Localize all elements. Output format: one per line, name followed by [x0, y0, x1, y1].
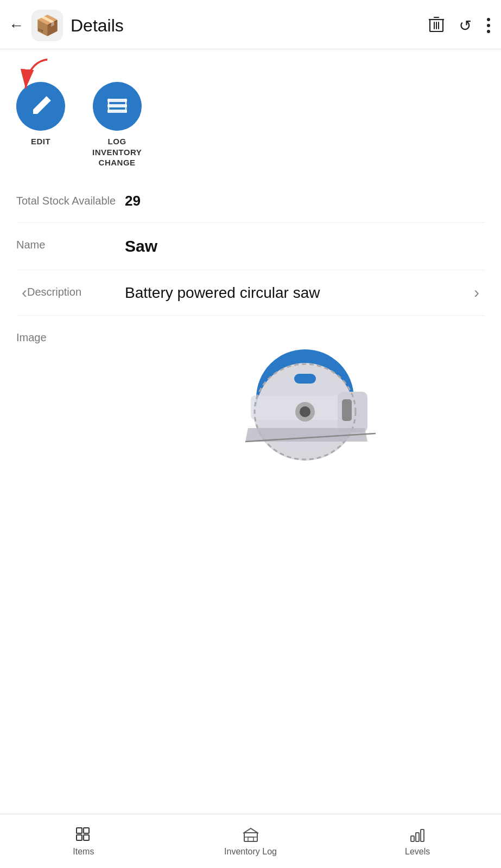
items-nav-label: Items — [73, 847, 94, 857]
detail-section: Total Stock Available 29 Name Saw ‹ Desc… — [0, 179, 501, 486]
app-icon: 📦 — [31, 10, 63, 41]
total-stock-row: Total Stock Available 29 — [16, 179, 485, 223]
image-area — [125, 328, 485, 469]
svg-rect-22 — [77, 828, 82, 833]
red-arrow-indicator — [16, 55, 54, 98]
description-label: Description — [16, 282, 125, 299]
log-inventory-label: LOG INVENTORY CHANGE — [92, 136, 142, 168]
back-button[interactable]: ← — [9, 18, 24, 33]
svg-rect-29 — [411, 836, 414, 841]
saw-image — [218, 328, 392, 469]
log-inventory-button[interactable] — [93, 82, 142, 131]
svg-rect-24 — [77, 835, 82, 840]
svg-point-19 — [300, 406, 310, 417]
svg-rect-8 — [107, 104, 127, 107]
svg-rect-31 — [421, 829, 424, 841]
page-title: Details — [71, 16, 124, 36]
header: ← 📦 Details ↻ — [0, 0, 501, 49]
image-label: Image — [16, 328, 125, 345]
bottom-nav: Items Inventory Log Levels — [0, 814, 501, 868]
right-chevron-button[interactable]: › — [468, 278, 485, 307]
header-left: ← 📦 Details — [9, 10, 429, 41]
items-icon — [75, 826, 92, 844]
total-stock-label: Total Stock Available — [16, 191, 125, 208]
svg-rect-25 — [84, 835, 89, 840]
log-inventory-action: LOG INVENTORY CHANGE — [92, 82, 142, 168]
svg-rect-7 — [107, 99, 127, 102]
delete-button[interactable] — [429, 16, 444, 36]
inventory-log-icon — [242, 826, 259, 844]
action-buttons-section: EDIT LOG INVENTORY CHANGE — [0, 49, 501, 179]
levels-nav-label: Levels — [405, 847, 430, 857]
image-row: Image — [16, 316, 485, 485]
log-inventory-button-wrap: LOG INVENTORY CHANGE — [92, 82, 142, 168]
svg-rect-15 — [294, 374, 316, 384]
name-value: Saw — [125, 235, 485, 258]
left-chevron-button[interactable]: ‹ — [16, 278, 33, 307]
nav-items[interactable]: Items — [0, 826, 167, 857]
refresh-button[interactable]: ↻ — [459, 17, 472, 35]
svg-rect-17 — [342, 399, 352, 421]
description-value: Battery powered circular saw — [125, 282, 485, 303]
svg-rect-28 — [248, 837, 253, 841]
name-row: Name Saw — [16, 223, 485, 270]
edit-label: EDIT — [31, 136, 50, 147]
log-inventory-icon — [104, 93, 130, 119]
svg-rect-9 — [107, 110, 127, 113]
nav-inventory-log[interactable]: Inventory Log — [167, 826, 334, 857]
total-stock-value: 29 — [125, 191, 485, 210]
svg-rect-23 — [84, 828, 89, 833]
levels-icon — [409, 826, 426, 844]
more-options-button[interactable] — [487, 18, 490, 33]
name-label: Name — [16, 235, 125, 252]
inventory-log-nav-label: Inventory Log — [224, 847, 277, 857]
description-row: ‹ Description Battery powered circular s… — [16, 270, 485, 316]
nav-levels[interactable]: Levels — [334, 826, 501, 857]
header-actions: ↻ — [429, 16, 490, 36]
svg-rect-30 — [416, 833, 419, 841]
